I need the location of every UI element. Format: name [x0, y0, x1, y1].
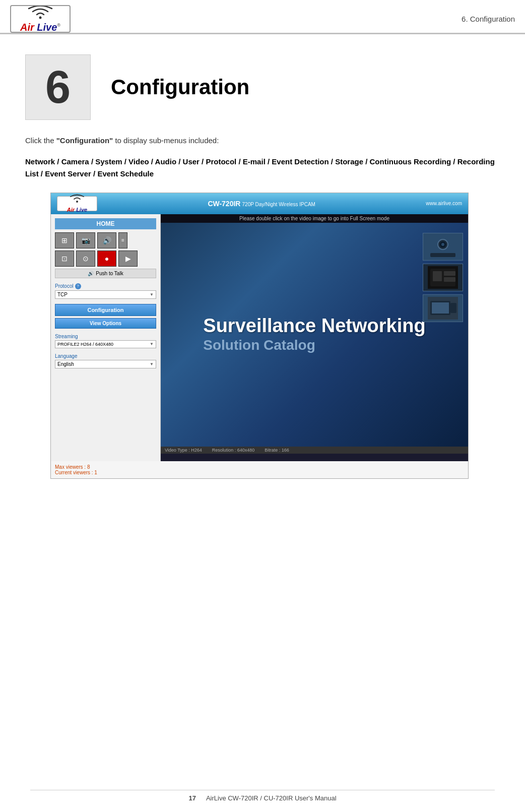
sc-notice-bar: Please double click on the video image t… — [161, 214, 468, 223]
sc-streaming-arrow: ▼ — [150, 342, 154, 346]
sc-status-bitrate: Bitrate : 166 — [265, 448, 289, 453]
chapter-title: Configuration — [111, 75, 249, 99]
sc-protocol-value: TCP — [57, 292, 68, 297]
sc-current-viewers: Current viewers : 1 — [55, 470, 464, 475]
sc-model-desc: 720P Day/Night Wireless IPCAM — [242, 202, 315, 207]
page-number: 17 — [188, 794, 195, 802]
sc-language-label-text: Language — [55, 353, 78, 359]
sc-streaming-label: Streaming — [55, 334, 156, 339]
screenshot-body: HOME ⊞ 📷 🔊 ≡ ⊡ ⊙ ● ▶ 🔊 Push to Talk — [51, 214, 468, 461]
svg-rect-9 — [433, 271, 442, 281]
sc-icon-btn-2[interactable]: 📷 — [76, 232, 95, 248]
sc-icon-btn-6[interactable]: ⊙ — [76, 251, 95, 267]
sc-protocol-select[interactable]: TCP ▼ — [55, 290, 156, 299]
svg-rect-10 — [444, 271, 455, 276]
sc-language-label: Language — [55, 353, 156, 359]
sc-push-talk-btn[interactable]: 🔊 Push to Talk — [55, 269, 156, 278]
body-content: Click the "Configuration" to display sub… — [0, 130, 525, 489]
sc-language-value: English — [57, 361, 74, 367]
logo-box: Air Live® — [10, 5, 71, 33]
sc-url: www.airlive.com — [426, 201, 462, 206]
sc-push-talk-label: Push to Talk — [96, 271, 123, 276]
sc-model: CW-720IR 720P Day/Night Wireless IPCAM — [208, 200, 315, 208]
wifi-icon — [23, 6, 58, 22]
sc-view-options-button[interactable]: View Options — [55, 318, 156, 329]
sc-video-overlay: Surveillance Networking Solution Catalog — [193, 305, 435, 363]
screenshot-container: Air Live CW-720IR 720P Day/Night Wireles… — [50, 193, 469, 479]
sc-video-content[interactable]: Surveillance Networking Solution Catalog — [161, 223, 468, 447]
footer-manual-text: AirLive CW-720IR / CU-720IR User's Manua… — [206, 794, 337, 802]
header-section-title: 6. Configuration — [462, 15, 515, 23]
sc-left-panel: HOME ⊞ 📷 🔊 ≡ ⊡ ⊙ ● ▶ 🔊 Push to Talk — [51, 214, 161, 461]
sc-streaming-value: PROFILE2 H264 / 640X480 — [57, 342, 113, 347]
sc-bottom-info: Max viewers : 8 Current viewers : 1 — [51, 461, 468, 478]
sc-protocol-label-text: Protocol — [55, 283, 74, 289]
sc-cam-thumb-3 — [423, 294, 463, 322]
sc-status-resolution: Resolution : 640x480 — [212, 448, 255, 453]
sc-icon-row-1: ⊞ 📷 🔊 ≡ — [55, 232, 156, 248]
sc-icon-btn-1[interactable]: ⊞ — [55, 232, 74, 248]
sc-camera-thumbnails — [423, 233, 463, 322]
page-footer: 17 AirLive CW-720IR / CU-720IR User's Ma… — [30, 790, 495, 802]
sc-logo-box: Air Live — [57, 196, 97, 211]
intro-bold: "Configuration" — [56, 136, 113, 145]
svg-rect-15 — [450, 303, 456, 313]
sc-status-video-type: Video Type : H264 — [165, 448, 202, 453]
intro-text: Click the "Configuration" to display sub… — [25, 135, 500, 147]
chapter-number-box: 6 — [25, 54, 91, 120]
logo-area: Air Live® — [10, 5, 71, 33]
sc-icon-btn-8[interactable]: ▶ — [118, 251, 138, 267]
sc-cam-thumb-2 — [423, 264, 463, 291]
page-header: Air Live® 6. Configuration — [0, 0, 525, 34]
svg-point-1 — [76, 201, 78, 203]
sc-home-button[interactable]: HOME — [55, 218, 156, 229]
sc-push-talk-icon: 🔊 — [88, 271, 94, 276]
sc-status-bar: Video Type : H264 Resolution : 640x480 B… — [161, 447, 468, 454]
sc-language-arrow: ▼ — [150, 362, 154, 366]
sc-max-viewers: Max viewers : 8 — [55, 464, 464, 470]
sc-icon-btn-4[interactable]: ≡ — [118, 232, 127, 248]
sc-cam-thumb-1 — [423, 233, 463, 261]
sc-protocol-arrow: ▼ — [150, 292, 154, 297]
chapter-number: 6 — [45, 65, 71, 110]
sc-streaming-label-text: Streaming — [55, 334, 78, 339]
sc-model-name: CW-720IR — [208, 200, 240, 208]
sc-logo: Air Live — [57, 196, 97, 211]
sc-icon-row-2: ⊡ ⊙ ● ▶ — [55, 251, 156, 267]
sc-protocol-label: Protocol ? — [55, 283, 156, 289]
sc-video-panel: Please double click on the video image t… — [161, 214, 468, 461]
sc-language-select[interactable]: English ▼ — [55, 360, 156, 368]
svg-point-0 — [39, 16, 42, 19]
sc-config-button[interactable]: Configuration — [55, 304, 156, 316]
chapter-section: 6 Configuration — [0, 34, 525, 130]
svg-rect-11 — [444, 277, 455, 282]
logo-brand: Air Live® — [20, 22, 60, 32]
sc-icon-btn-5[interactable]: ⊡ — [55, 251, 74, 267]
svg-rect-6 — [430, 253, 455, 257]
sc-protocol-help-icon[interactable]: ? — [75, 283, 81, 289]
svg-rect-14 — [432, 302, 449, 314]
sc-logo-text: Air Live — [62, 193, 92, 214]
sc-surveillance-text: Surveillance Networking — [203, 316, 425, 337]
menu-list: Network / Camera / System / Video / Audi… — [25, 156, 500, 180]
sc-solution-text: Solution Catalog — [203, 337, 425, 354]
screenshot-header: Air Live CW-720IR 720P Day/Night Wireles… — [51, 193, 468, 214]
sc-streaming-select[interactable]: PROFILE2 H264 / 640X480 ▼ — [55, 340, 156, 348]
sc-icon-btn-7[interactable]: ● — [97, 251, 116, 267]
svg-point-5 — [441, 243, 444, 246]
sc-icon-btn-3[interactable]: 🔊 — [97, 232, 116, 248]
